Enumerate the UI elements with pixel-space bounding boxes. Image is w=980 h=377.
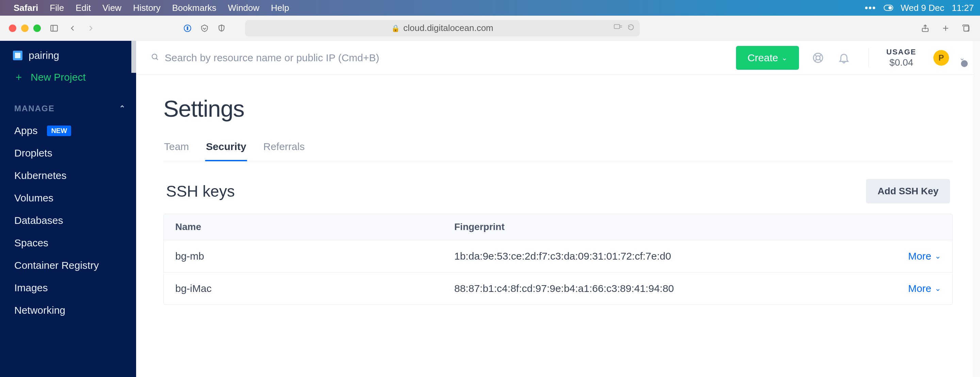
svg-line-16 bbox=[819, 59, 821, 61]
usage-label: USAGE bbox=[886, 48, 916, 56]
control-center-icon[interactable] bbox=[884, 5, 893, 11]
divider bbox=[869, 48, 869, 67]
svg-rect-4 bbox=[614, 24, 620, 29]
close-window-icon[interactable] bbox=[9, 24, 16, 32]
menubar-history[interactable]: History bbox=[133, 3, 161, 13]
add-ssh-key-button[interactable]: Add SSH Key bbox=[866, 179, 950, 204]
section-title: SSH keys bbox=[166, 182, 235, 200]
section-label: MANAGE bbox=[14, 104, 55, 113]
sidebar-item-spaces[interactable]: Spaces bbox=[0, 232, 136, 254]
new-tab-icon[interactable] bbox=[940, 23, 951, 33]
tab-security[interactable]: Security bbox=[205, 141, 247, 161]
forward-icon[interactable] bbox=[86, 23, 96, 33]
menubar-window[interactable]: Window bbox=[228, 3, 259, 13]
main-area: Create ⌄ USAGE $0.04 P ⌄ Settings bbox=[136, 41, 980, 377]
macos-menubar: Safari File Edit View History Bookmarks … bbox=[0, 0, 980, 16]
svg-point-9 bbox=[152, 54, 157, 59]
sidebar-item-volumes[interactable]: Volumes bbox=[0, 187, 136, 209]
window-controls bbox=[9, 24, 41, 32]
share-icon[interactable] bbox=[920, 23, 930, 33]
project-label: pairing bbox=[29, 50, 59, 61]
plus-icon: ＋ bbox=[14, 70, 24, 84]
menubar-file[interactable]: File bbox=[50, 3, 64, 13]
cell-fingerprint: 1b:da:9e:53:ce:2d:f7:c3:da:09:31:01:72:c… bbox=[454, 250, 908, 262]
table-header: Name Fingerprint bbox=[164, 214, 953, 240]
svg-point-12 bbox=[816, 56, 820, 60]
menubar-view[interactable]: View bbox=[102, 3, 121, 13]
menubar-time[interactable]: 11:27 bbox=[952, 3, 974, 13]
chevron-down-icon: ⌄ bbox=[935, 284, 941, 293]
sidebar-item-label: Volumes bbox=[14, 192, 53, 204]
tab-team[interactable]: Team bbox=[163, 141, 189, 161]
avatar: P bbox=[933, 50, 949, 66]
sidebar-toggle-icon[interactable] bbox=[49, 23, 59, 33]
new-badge: NEW bbox=[47, 126, 71, 136]
sidebar-item-apps[interactable]: Apps NEW bbox=[0, 119, 136, 142]
svg-rect-3 bbox=[187, 26, 188, 30]
sidebar-item-databases[interactable]: Databases bbox=[0, 209, 136, 232]
svg-line-14 bbox=[819, 54, 821, 56]
sidebar-scrollbar[interactable] bbox=[131, 41, 136, 73]
sidebar-new-project[interactable]: ＋ New Project bbox=[0, 65, 136, 92]
sidebar-item-label: Networking bbox=[14, 304, 65, 316]
sidebar-item-container-registry[interactable]: Container Registry bbox=[0, 254, 136, 277]
topbar: Create ⌄ USAGE $0.04 P ⌄ bbox=[136, 41, 980, 75]
address-bar[interactable]: 🔒 cloud.digitalocean.com bbox=[245, 20, 640, 37]
header-name: Name bbox=[175, 221, 454, 232]
table-row: bg-iMac 88:87:b1:c4:8f:cd:97:9e:b4:a1:66… bbox=[164, 272, 953, 304]
search-wrapper bbox=[151, 52, 728, 64]
sidebar-item-label: Spaces bbox=[14, 237, 48, 249]
more-label: More bbox=[908, 283, 931, 294]
svg-rect-0 bbox=[51, 25, 57, 31]
tabs-overview-icon[interactable] bbox=[961, 23, 971, 33]
cell-name: bg-mb bbox=[175, 250, 454, 262]
content: Settings Team Security Referrals SSH key… bbox=[136, 75, 980, 305]
menubar-date[interactable]: Wed 9 Dec bbox=[901, 3, 944, 13]
search-input[interactable] bbox=[165, 52, 437, 64]
new-project-label: New Project bbox=[30, 72, 86, 83]
table-row: bg-mb 1b:da:9e:53:ce:2d:f7:c3:da:09:31:0… bbox=[164, 240, 953, 272]
sidebar-item-label: Container Registry bbox=[14, 259, 99, 271]
avatar-secondary-icon bbox=[960, 60, 969, 68]
reload-icon[interactable] bbox=[627, 24, 634, 33]
chevron-down-icon: ⌄ bbox=[935, 252, 941, 261]
create-button[interactable]: Create ⌄ bbox=[736, 46, 799, 70]
page-title: Settings bbox=[163, 95, 953, 122]
chevron-up-icon: ⌃ bbox=[119, 104, 126, 113]
menubar-overflow-icon[interactable]: ••• bbox=[865, 3, 876, 13]
account-menu[interactable]: P ⌄ bbox=[933, 50, 965, 66]
fullscreen-window-icon[interactable] bbox=[33, 24, 41, 32]
support-icon[interactable] bbox=[811, 51, 825, 65]
menubar-app[interactable]: Safari bbox=[14, 3, 38, 13]
onepassword-icon[interactable] bbox=[182, 23, 192, 33]
usage-amount: $0.04 bbox=[889, 57, 913, 68]
sidebar-project[interactable]: pairing bbox=[0, 46, 136, 65]
sidebar: pairing ＋ New Project MANAGE ⌃ Apps NEW … bbox=[0, 41, 136, 377]
svg-line-10 bbox=[156, 58, 158, 60]
usage-block[interactable]: USAGE $0.04 bbox=[886, 48, 916, 68]
sidebar-item-images[interactable]: Images bbox=[0, 277, 136, 299]
row-more-button[interactable]: More ⌄ bbox=[908, 250, 941, 262]
minimize-window-icon[interactable] bbox=[21, 24, 29, 32]
tab-referrals[interactable]: Referrals bbox=[263, 141, 305, 161]
back-icon[interactable] bbox=[67, 23, 78, 33]
main-scrollbar[interactable] bbox=[974, 41, 980, 377]
sidebar-section-manage[interactable]: MANAGE ⌃ bbox=[0, 92, 136, 119]
privacy-shield-icon[interactable] bbox=[216, 23, 227, 33]
safari-toolbar: 🔒 cloud.digitalocean.com bbox=[0, 16, 980, 41]
search-icon bbox=[151, 52, 159, 64]
sidebar-item-label: Databases bbox=[14, 215, 63, 226]
menubar-help[interactable]: Help bbox=[271, 3, 289, 13]
sidebar-item-droplets[interactable]: Droplets bbox=[0, 142, 136, 164]
menubar-bookmarks[interactable]: Bookmarks bbox=[172, 3, 216, 13]
menubar-edit[interactable]: Edit bbox=[76, 3, 91, 13]
row-more-button[interactable]: More ⌄ bbox=[908, 283, 941, 294]
sidebar-item-networking[interactable]: Networking bbox=[0, 299, 136, 321]
reader-icon[interactable] bbox=[614, 24, 623, 33]
more-label: More bbox=[908, 250, 931, 262]
notifications-icon[interactable] bbox=[837, 51, 851, 65]
sidebar-item-kubernetes[interactable]: Kubernetes bbox=[0, 164, 136, 187]
pocket-icon[interactable] bbox=[199, 23, 210, 33]
chevron-down-icon: ⌄ bbox=[782, 54, 788, 62]
header-fingerprint: Fingerprint bbox=[454, 221, 941, 232]
